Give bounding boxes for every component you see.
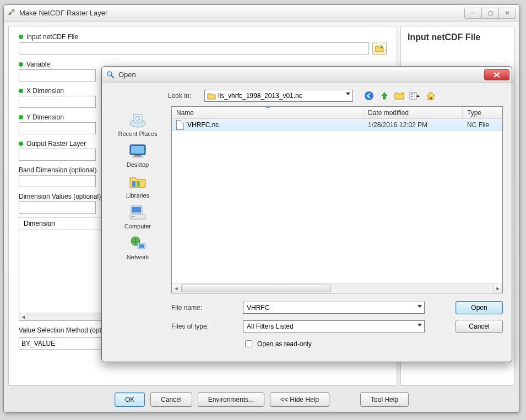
lookin-label: Look in: [168, 92, 201, 100]
label: Input netCDF File [26, 33, 78, 41]
filetype-row: Files of type: All Filters Listed Cancel [171, 320, 503, 333]
svg-point-2 [365, 91, 373, 100]
place-label: Recent Places [118, 130, 158, 137]
place-recent[interactable]: Recent Places [107, 108, 168, 139]
scroll-left-icon[interactable]: ◄ [19, 313, 28, 321]
file-scrollbar[interactable]: ◄ ► [172, 283, 502, 293]
back-button[interactable] [363, 90, 375, 102]
readonly-label: Open as read-only [257, 340, 312, 348]
dialog-title: Open [118, 70, 484, 79]
svg-rect-17 [132, 181, 135, 187]
svg-point-0 [107, 72, 112, 76]
environments-button[interactable]: Environments... [198, 392, 264, 407]
dialog-close-button[interactable] [484, 69, 509, 80]
filename-row: File name: VHRFC Open [171, 301, 503, 314]
col-name[interactable]: Name [172, 107, 364, 118]
filename-label: File name: [171, 304, 243, 312]
magnifier-icon [106, 70, 115, 79]
home-button[interactable] [425, 90, 437, 102]
places-bar: Recent Places Desktop Libraries Computer… [107, 106, 168, 293]
svg-rect-15 [134, 155, 141, 156]
readonly-checkbox[interactable] [245, 340, 252, 347]
cancel-button[interactable]: Cancel [150, 392, 192, 407]
svg-rect-20 [132, 207, 141, 212]
filename-value: VHRFC [247, 304, 269, 312]
maximize-button[interactable]: ▢ [481, 8, 499, 19]
ydim-input[interactable] [19, 122, 96, 134]
svg-rect-16 [132, 156, 143, 157]
svg-rect-6 [411, 96, 413, 97]
window-title: Make NetCDF Raster Layer [19, 9, 465, 17]
label: Output Raster Layer [26, 140, 86, 148]
variable-input[interactable] [19, 69, 96, 81]
place-label: Libraries [126, 192, 149, 199]
col-date[interactable]: Date modified [364, 107, 463, 118]
label: Dimension Values (optional) [19, 193, 101, 200]
open-button[interactable]: Open [455, 301, 503, 314]
file-name: VHRFC.nc [187, 121, 219, 129]
band-dim-input[interactable] [19, 175, 96, 187]
readonly-row: Open as read-only [243, 339, 503, 349]
place-label: Network [127, 254, 149, 260]
scroll-right-icon[interactable]: ► [493, 284, 502, 293]
button-bar: OK Cancel Environments... << Hide Help T… [4, 392, 519, 407]
dim-values-input[interactable] [19, 201, 96, 214]
new-folder-button[interactable] [394, 90, 406, 102]
chevron-down-icon [417, 324, 422, 326]
required-dot-icon [19, 89, 23, 93]
dialog-titlebar: Open [102, 67, 512, 83]
label: X Dimension [26, 87, 64, 95]
recent-icon [127, 111, 148, 129]
lookin-combo[interactable]: lis_vhrfc_1998_2013_v01.nc [204, 90, 353, 102]
sort-asc-icon [265, 105, 270, 108]
hide-help-button[interactable]: << Hide Help [270, 392, 329, 407]
folder-icon [207, 92, 216, 100]
filetype-combo[interactable]: All Filters Listed [243, 320, 425, 332]
svg-rect-25 [139, 244, 144, 248]
titlebar: Make NetCDF Raster Layer ─ ▢ ✕ [4, 5, 519, 21]
ok-button[interactable]: OK [115, 392, 145, 407]
file-date: 1/28/2016 12:02 PM [364, 121, 463, 129]
up-button[interactable] [378, 90, 391, 102]
computer-icon [127, 203, 148, 222]
col-type[interactable]: Type [463, 107, 502, 118]
scroll-thumb[interactable] [181, 285, 331, 292]
label: Band Dimension (optional) [19, 166, 96, 174]
place-desktop[interactable]: Desktop [107, 139, 168, 170]
svg-line-1 [111, 75, 114, 78]
input-netcdf-input[interactable] [19, 42, 369, 54]
svg-rect-8 [413, 96, 415, 96]
view-menu-button[interactable] [409, 90, 421, 102]
scroll-left-icon[interactable]: ◄ [172, 284, 181, 293]
libraries-icon [127, 172, 148, 191]
required-dot-icon [19, 115, 23, 119]
browse-button[interactable] [372, 42, 387, 55]
label: Variable [26, 61, 50, 68]
file-row[interactable]: VHRFC.nc 1/28/2016 12:02 PM NC File [172, 119, 502, 131]
output-raster-input[interactable] [19, 149, 96, 161]
xdim-input[interactable] [19, 96, 96, 108]
lookin-row: Look in: lis_vhrfc_1998_2013_v01.nc [168, 90, 503, 102]
hammer-icon [7, 9, 16, 18]
place-computer[interactable]: Computer [107, 201, 168, 232]
lookin-value: lis_vhrfc_1998_2013_v01.nc [218, 92, 302, 100]
place-libraries[interactable]: Libraries [107, 170, 168, 201]
file-list[interactable]: Name Date modified Type VHRFC.nc 1/28/20… [171, 106, 503, 293]
file-list-header: Name Date modified Type [172, 107, 502, 119]
filename-combo[interactable]: VHRFC [243, 302, 425, 314]
svg-rect-22 [131, 216, 134, 217]
desktop-icon [127, 141, 148, 160]
place-network[interactable]: Network [107, 232, 168, 263]
dialog-cancel-button[interactable]: Cancel [455, 320, 503, 333]
minimize-button[interactable]: ─ [464, 8, 482, 19]
required-dot-icon [19, 62, 23, 67]
chevron-down-icon [417, 305, 422, 308]
svg-rect-7 [413, 94, 415, 94]
help-heading: Input netCDF File [408, 32, 508, 43]
svg-rect-18 [137, 181, 140, 187]
tool-help-button[interactable]: Tool Help [360, 392, 409, 407]
svg-rect-14 [131, 146, 144, 154]
svg-rect-5 [411, 94, 413, 95]
close-button[interactable]: ✕ [498, 8, 516, 19]
filetype-label: Files of type: [171, 323, 243, 330]
